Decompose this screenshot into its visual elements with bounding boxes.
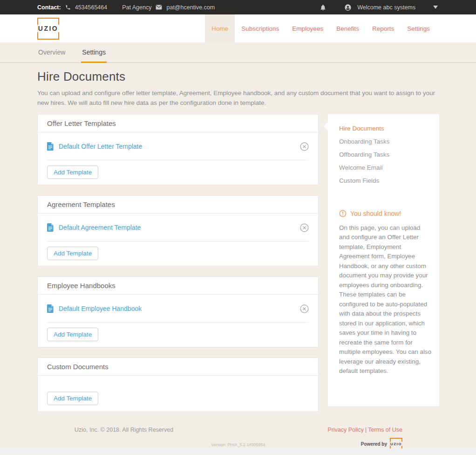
terms-of-use-link[interactable]: Terms of Use	[368, 427, 402, 433]
remove-template-button[interactable]	[300, 142, 309, 151]
nav-item-settings[interactable]: Settings	[401, 14, 436, 42]
top-contact-bar: Contact: 4534565464 Pat Agency pat@hcent…	[0, 0, 476, 14]
document-icon	[47, 304, 54, 313]
notification-bell-icon[interactable]	[320, 4, 326, 11]
powered-by-label: Powered by	[361, 441, 387, 447]
sidebar-item-custom-fields[interactable]: Custom Fields	[339, 174, 432, 187]
exclamation-circle-icon	[339, 210, 347, 217]
add-template-button[interactable]: Add Template	[47, 392, 98, 405]
page-description: You can upload and configure offer lette…	[37, 88, 439, 108]
template-cards-column: Offer Letter Templates Default Offer Let…	[37, 114, 319, 412]
main-content: Hire Documents You can upload and config…	[0, 63, 476, 455]
template-link[interactable]: Default Employee Handbook	[59, 305, 300, 312]
privacy-policy-link[interactable]: Privacy Policy	[327, 427, 364, 433]
card-title: Agreement Templates	[38, 196, 318, 214]
settings-sidebar: Hire Documents Onboarding Tasks Offboard…	[328, 114, 439, 406]
card-title: Offer Letter Templates	[38, 115, 318, 132]
user-avatar-icon[interactable]	[344, 4, 352, 11]
tab-overview[interactable]: Overview	[37, 42, 66, 63]
nav-item-home[interactable]: Home	[205, 14, 235, 42]
circle-x-icon	[300, 223, 309, 232]
info-panel-text: On this page, you can upload and configu…	[339, 223, 432, 376]
phone-icon	[65, 5, 71, 10]
template-row: Default Agreement Template	[38, 214, 318, 241]
sidebar-item-offboarding-tasks[interactable]: Offboarding Tasks	[339, 148, 432, 161]
card-offer-letter-templates: Offer Letter Templates Default Offer Let…	[37, 114, 319, 185]
nav-item-subscriptions[interactable]: Subscriptions	[235, 14, 286, 42]
active-item-arrow	[324, 122, 328, 131]
add-template-button[interactable]: Add Template	[47, 165, 98, 179]
app-header: UZIO Home Subscriptions Employees Benefi…	[0, 14, 476, 42]
sidebar-item-welcome-email[interactable]: Welcome Email	[339, 161, 432, 174]
template-row: Default Offer Letter Template	[38, 132, 318, 160]
info-panel-title: You should know!	[350, 210, 401, 217]
contact-phone: 4534565464	[75, 4, 108, 11]
template-row: Default Employee Handbook	[38, 295, 318, 322]
legal-separator: |	[364, 427, 368, 433]
card-title: Custom Documents	[38, 358, 318, 376]
uzio-logo: UZIO	[37, 18, 59, 40]
template-link[interactable]: Default Offer Letter Template	[59, 143, 300, 150]
card-employee-handbooks: Employee Handbooks Default Employee Hand…	[37, 276, 319, 347]
remove-template-button[interactable]	[300, 223, 309, 232]
info-panel-title-row: You should know!	[339, 210, 432, 217]
card-custom-documents: Custom Documents Add Template	[37, 358, 319, 412]
card-title: Employee Handbooks	[38, 277, 318, 295]
add-template-button[interactable]: Add Template	[47, 328, 98, 341]
nav-item-benefits[interactable]: Benefits	[330, 14, 366, 42]
envelope-icon	[156, 5, 162, 10]
welcome-user-label: Welcome abc systems	[357, 4, 415, 11]
copyright-text: Uzio, Inc. © 2018. All Rights Reserved	[75, 427, 173, 433]
template-link[interactable]: Default Agreement Template	[59, 224, 300, 231]
remove-template-button[interactable]	[300, 304, 309, 313]
footer: Uzio, Inc. © 2018. All Rights Reserved P…	[37, 427, 439, 433]
sidebar-item-hire-documents[interactable]: Hire Documents	[339, 122, 432, 135]
subnav-tabs: Overview Settings	[0, 42, 476, 63]
add-template-button[interactable]: Add Template	[47, 247, 98, 260]
circle-x-icon	[300, 304, 309, 313]
document-icon	[47, 142, 54, 151]
circle-x-icon	[300, 142, 309, 151]
sidebar-item-onboarding-tasks[interactable]: Onboarding Tasks	[339, 135, 432, 148]
nav-item-employees[interactable]: Employees	[286, 14, 330, 42]
bottom-strip	[0, 448, 476, 455]
document-icon	[47, 223, 54, 232]
page-title: Hire Documents	[37, 69, 439, 84]
main-nav: Home Subscriptions Employees Benefits Re…	[205, 14, 436, 42]
agency-name: Pat Agency	[122, 4, 151, 11]
tab-settings[interactable]: Settings	[81, 42, 107, 63]
nav-item-reports[interactable]: Reports	[366, 14, 401, 42]
contact-label: Contact:	[37, 4, 61, 11]
card-agreement-templates: Agreement Templates Default Agreement Te…	[37, 195, 319, 266]
contact-email: pat@hcentive.com	[166, 4, 215, 11]
caret-down-icon[interactable]	[433, 6, 438, 9]
